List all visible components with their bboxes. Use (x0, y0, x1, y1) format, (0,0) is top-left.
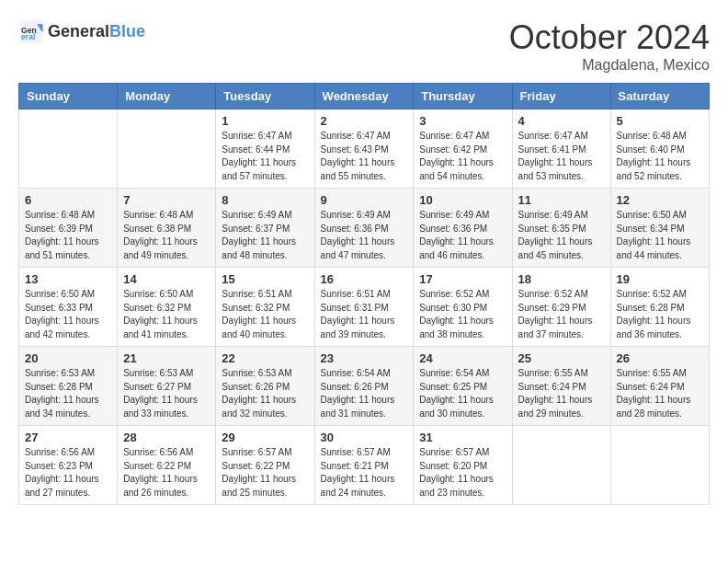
calendar-week-row: 13Sunrise: 6:50 AM Sunset: 6:33 PM Dayli… (19, 268, 710, 347)
calendar-cell: 11Sunrise: 6:49 AM Sunset: 6:35 PM Dayli… (512, 189, 610, 268)
day-info: Sunrise: 6:51 AM Sunset: 6:32 PM Dayligh… (222, 288, 308, 341)
day-info: Sunrise: 6:47 AM Sunset: 6:43 PM Dayligh… (321, 130, 408, 183)
day-number: 9 (321, 193, 408, 207)
calendar-cell: 18Sunrise: 6:52 AM Sunset: 6:29 PM Dayli… (512, 268, 610, 347)
day-number: 20 (25, 351, 111, 365)
calendar-cell: 20Sunrise: 6:53 AM Sunset: 6:28 PM Dayli… (19, 347, 118, 426)
day-number: 4 (518, 114, 605, 128)
day-number: 11 (518, 193, 605, 207)
day-number: 15 (222, 272, 308, 286)
day-number: 31 (419, 431, 506, 444)
day-number: 8 (222, 193, 308, 207)
day-number: 18 (518, 272, 605, 286)
day-info: Sunrise: 6:57 AM Sunset: 6:20 PM Dayligh… (419, 446, 506, 500)
day-number: 30 (321, 431, 408, 444)
day-info: Sunrise: 6:56 AM Sunset: 6:23 PM Dayligh… (25, 446, 111, 500)
day-number: 25 (518, 351, 605, 365)
day-info: Sunrise: 6:57 AM Sunset: 6:22 PM Dayligh… (222, 446, 308, 500)
calendar-cell: 1Sunrise: 6:47 AM Sunset: 6:44 PM Daylig… (216, 109, 314, 189)
day-info: Sunrise: 6:53 AM Sunset: 6:28 PM Dayligh… (25, 367, 111, 420)
day-info: Sunrise: 6:56 AM Sunset: 6:22 PM Dayligh… (123, 446, 210, 500)
calendar-week-row: 6Sunrise: 6:48 AM Sunset: 6:39 PM Daylig… (19, 189, 710, 268)
page-header: Gen eral GeneralBlue October 2024 Magdal… (18, 18, 710, 74)
day-of-week-header: Monday (118, 84, 216, 109)
calendar-cell: 4Sunrise: 6:47 AM Sunset: 6:41 PM Daylig… (512, 109, 610, 189)
calendar-cell: 21Sunrise: 6:53 AM Sunset: 6:27 PM Dayli… (118, 347, 216, 426)
logo-icon: Gen eral (18, 18, 44, 44)
day-info: Sunrise: 6:49 AM Sunset: 6:36 PM Dayligh… (321, 209, 408, 262)
day-info: Sunrise: 6:48 AM Sunset: 6:40 PM Dayligh… (617, 130, 703, 183)
day-info: Sunrise: 6:52 AM Sunset: 6:29 PM Dayligh… (518, 288, 605, 341)
day-number: 14 (123, 272, 210, 286)
calendar-cell (610, 426, 709, 505)
logo: Gen eral GeneralBlue (18, 18, 145, 44)
day-number: 17 (419, 272, 506, 286)
day-of-week-header: Friday (512, 84, 610, 109)
calendar-cell: 12Sunrise: 6:50 AM Sunset: 6:34 PM Dayli… (610, 189, 709, 268)
calendar-week-row: 27Sunrise: 6:56 AM Sunset: 6:23 PM Dayli… (19, 426, 710, 505)
day-number: 1 (222, 114, 308, 128)
calendar-cell: 16Sunrise: 6:51 AM Sunset: 6:31 PM Dayli… (314, 268, 414, 347)
day-number: 7 (123, 193, 210, 207)
day-number: 13 (25, 272, 111, 286)
calendar-cell: 8Sunrise: 6:49 AM Sunset: 6:37 PM Daylig… (216, 189, 314, 268)
day-info: Sunrise: 6:49 AM Sunset: 6:37 PM Dayligh… (222, 209, 308, 262)
day-number: 22 (222, 351, 308, 365)
calendar-cell: 9Sunrise: 6:49 AM Sunset: 6:36 PM Daylig… (314, 189, 414, 268)
calendar-cell: 23Sunrise: 6:54 AM Sunset: 6:26 PM Dayli… (314, 347, 414, 426)
day-number: 19 (617, 272, 703, 286)
calendar-cell: 3Sunrise: 6:47 AM Sunset: 6:42 PM Daylig… (414, 109, 512, 189)
day-info: Sunrise: 6:50 AM Sunset: 6:32 PM Dayligh… (123, 288, 210, 341)
calendar-cell (19, 109, 118, 189)
day-number: 24 (419, 351, 506, 365)
calendar-cell: 2Sunrise: 6:47 AM Sunset: 6:43 PM Daylig… (314, 109, 414, 189)
day-info: Sunrise: 6:47 AM Sunset: 6:42 PM Dayligh… (419, 130, 506, 183)
calendar-cell: 24Sunrise: 6:54 AM Sunset: 6:25 PM Dayli… (414, 347, 512, 426)
day-number: 16 (321, 272, 408, 286)
day-number: 28 (123, 431, 210, 444)
day-number: 6 (25, 193, 111, 207)
calendar-cell: 5Sunrise: 6:48 AM Sunset: 6:40 PM Daylig… (610, 109, 709, 189)
day-info: Sunrise: 6:48 AM Sunset: 6:38 PM Dayligh… (123, 209, 210, 262)
day-number: 10 (419, 193, 506, 207)
calendar-cell: 14Sunrise: 6:50 AM Sunset: 6:32 PM Dayli… (118, 268, 216, 347)
day-info: Sunrise: 6:50 AM Sunset: 6:34 PM Dayligh… (617, 209, 703, 262)
calendar-cell: 30Sunrise: 6:57 AM Sunset: 6:21 PM Dayli… (314, 426, 414, 505)
day-info: Sunrise: 6:54 AM Sunset: 6:25 PM Dayligh… (419, 367, 506, 420)
day-info: Sunrise: 6:52 AM Sunset: 6:30 PM Dayligh… (419, 288, 506, 341)
day-info: Sunrise: 6:50 AM Sunset: 6:33 PM Dayligh… (25, 288, 111, 341)
calendar-cell: 22Sunrise: 6:53 AM Sunset: 6:26 PM Dayli… (216, 347, 314, 426)
day-info: Sunrise: 6:55 AM Sunset: 6:24 PM Dayligh… (518, 367, 605, 420)
logo-text: GeneralBlue (48, 22, 145, 41)
logo-blue: Blue (109, 22, 145, 40)
calendar-week-row: 20Sunrise: 6:53 AM Sunset: 6:28 PM Dayli… (19, 347, 710, 426)
day-number: 3 (419, 114, 506, 128)
day-info: Sunrise: 6:55 AM Sunset: 6:24 PM Dayligh… (617, 367, 703, 420)
day-info: Sunrise: 6:49 AM Sunset: 6:35 PM Dayligh… (518, 209, 605, 262)
day-number: 2 (321, 114, 408, 128)
calendar-cell: 27Sunrise: 6:56 AM Sunset: 6:23 PM Dayli… (19, 426, 118, 505)
day-of-week-header: Thursday (414, 84, 512, 109)
day-number: 12 (617, 193, 703, 207)
title-area: October 2024 Magdalena, Mexico (509, 18, 710, 74)
day-info: Sunrise: 6:52 AM Sunset: 6:28 PM Dayligh… (617, 288, 703, 341)
day-info: Sunrise: 6:51 AM Sunset: 6:31 PM Dayligh… (321, 288, 408, 341)
day-info: Sunrise: 6:47 AM Sunset: 6:41 PM Dayligh… (518, 130, 605, 183)
day-of-week-header: Sunday (19, 84, 118, 109)
day-info: Sunrise: 6:47 AM Sunset: 6:44 PM Dayligh… (222, 130, 308, 183)
calendar-cell: 25Sunrise: 6:55 AM Sunset: 6:24 PM Dayli… (512, 347, 610, 426)
day-info: Sunrise: 6:48 AM Sunset: 6:39 PM Dayligh… (25, 209, 111, 262)
calendar-cell (512, 426, 610, 505)
day-info: Sunrise: 6:53 AM Sunset: 6:27 PM Dayligh… (123, 367, 210, 420)
day-of-week-header: Tuesday (216, 84, 314, 109)
calendar-cell (118, 109, 216, 189)
calendar-week-row: 1Sunrise: 6:47 AM Sunset: 6:44 PM Daylig… (19, 109, 710, 189)
day-of-week-header: Wednesday (314, 84, 414, 109)
calendar-cell: 29Sunrise: 6:57 AM Sunset: 6:22 PM Dayli… (216, 426, 314, 505)
calendar-table: SundayMondayTuesdayWednesdayThursdayFrid… (18, 83, 710, 505)
calendar-cell: 10Sunrise: 6:49 AM Sunset: 6:36 PM Dayli… (414, 189, 512, 268)
calendar-cell: 19Sunrise: 6:52 AM Sunset: 6:28 PM Dayli… (610, 268, 709, 347)
calendar-cell: 26Sunrise: 6:55 AM Sunset: 6:24 PM Dayli… (610, 347, 709, 426)
calendar-cell: 17Sunrise: 6:52 AM Sunset: 6:30 PM Dayli… (414, 268, 512, 347)
day-info: Sunrise: 6:49 AM Sunset: 6:36 PM Dayligh… (419, 209, 506, 262)
